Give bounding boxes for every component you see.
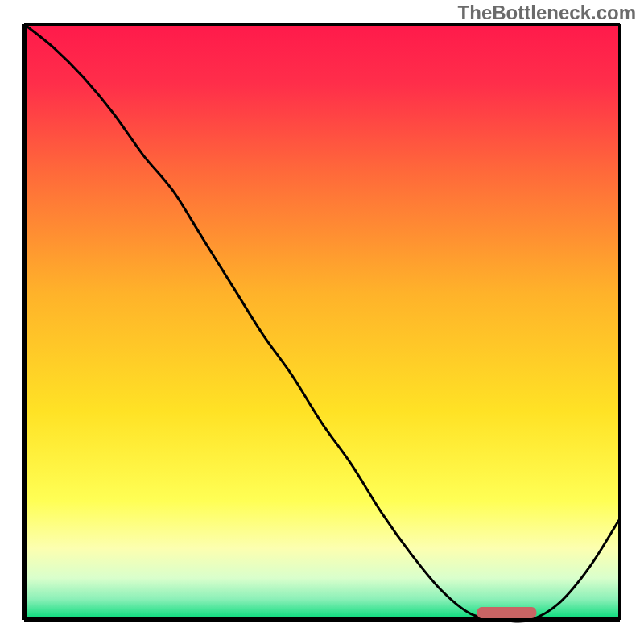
chart-container: TheBottleneck.com xyxy=(0,0,644,644)
watermark-text: TheBottleneck.com xyxy=(458,2,636,24)
marker-bar xyxy=(477,607,536,618)
chart-svg xyxy=(0,0,644,644)
